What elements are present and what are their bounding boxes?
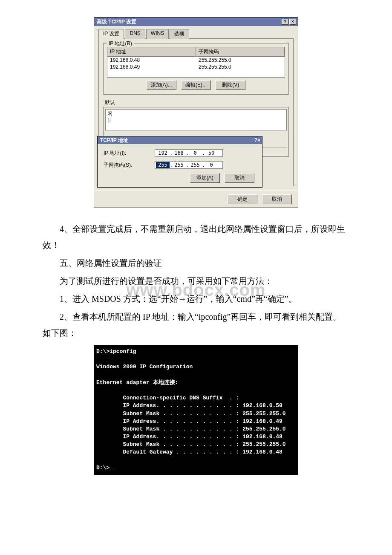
- ip-octet-3[interactable]: 0: [188, 150, 202, 156]
- titlebar: 高级 TCP/IP 设置 ? ×: [94, 17, 298, 26]
- ip-listview[interactable]: IP 地址 子网掩码 192.168.0.48 255.255.255.0 19…: [107, 47, 285, 78]
- console-line: Windows 2000 IP Configuration: [96, 364, 193, 370]
- col-ip: IP 地址: [107, 47, 196, 56]
- close-icon[interactable]: ×: [289, 19, 296, 25]
- cancel-button[interactable]: 取消: [225, 173, 254, 183]
- tcpip-address-dialog: TCP/IP 地址 ? × IP 地址(I): 192. 168. 0. 50 …: [97, 136, 262, 188]
- dialog-title: TCP/IP 地址: [100, 137, 254, 144]
- delete-button[interactable]: 删除(V): [216, 80, 245, 90]
- console-line: Default Gateway . . . . . . . . . : 192.…: [96, 449, 282, 455]
- paragraph: 4、全部设置完成后，不需重新启动，退出此网络属性设置窗口后，所设即生效！: [43, 221, 349, 253]
- col-mask: 子网掩码: [196, 47, 285, 56]
- console-line: IP Address. . . . . . . . . . . . : 192.…: [96, 434, 282, 440]
- close-icon[interactable]: ×: [257, 137, 260, 143]
- console-line: D:\>_: [96, 465, 113, 471]
- cell-mask: 255.255.255.0: [196, 57, 285, 64]
- ip-octet-4[interactable]: 50: [205, 150, 218, 156]
- tab-dns[interactable]: DNS: [125, 29, 145, 39]
- console-line: IP Address. . . . . . . . . . . . : 192.…: [96, 418, 282, 425]
- console-line: Subnet Mask . . . . . . . . . . . : 255.…: [96, 426, 286, 432]
- dialog-title: 高级 TCP/IP 设置: [97, 18, 281, 26]
- tab-wins[interactable]: WINS: [146, 29, 169, 39]
- help-icon[interactable]: ?: [254, 137, 257, 143]
- paragraph: 2、查看本机所配置的 IP 地址：输入“ipconfig”再回车，即可看到相关配…: [43, 309, 349, 341]
- subnet-mask-label: 子网掩码(S):: [104, 162, 155, 169]
- mask-octet-1[interactable]: 255: [156, 162, 170, 168]
- tab-strip: IP 设置 DNS WINS 选项: [98, 29, 294, 39]
- help-icon[interactable]: ?: [282, 19, 288, 25]
- default-gateway-label: 默认: [105, 99, 289, 106]
- cell-ip: 192.168.0.48: [107, 57, 196, 64]
- cell-mask: 255.255.255.0: [196, 64, 285, 70]
- add-button[interactable]: 添加(A)...: [147, 80, 176, 90]
- ip-address-label: IP 地址(I):: [104, 150, 155, 157]
- table-row[interactable]: 192.168.0.48 255.255.255.0: [107, 57, 285, 64]
- console-line: Subnet Mask . . . . . . . . . . . : 255.…: [96, 441, 286, 448]
- titlebar: TCP/IP 地址 ? ×: [98, 136, 262, 144]
- console-line: Connection-specific DNS Suffix . :: [96, 395, 239, 401]
- console-line: Ethernet adapter 本地连接:: [96, 379, 178, 386]
- cell-ip: 192.168.0.49: [107, 64, 196, 70]
- mask-octet-3[interactable]: 255: [188, 162, 202, 168]
- paragraph: 1、进入 MSDOS 方式：选“开始→运行”，输入“cmd”再“确定”。: [43, 291, 349, 307]
- subnet-mask-input[interactable]: 255. 255. 255. 0: [155, 161, 223, 169]
- ok-button[interactable]: 确定: [228, 194, 257, 204]
- mask-octet-4[interactable]: 0: [205, 162, 218, 168]
- ip-octet-1[interactable]: 192: [156, 150, 170, 156]
- console-line: D:\>ipconfig: [96, 348, 136, 355]
- ip-group-legend: IP 地址(R): [107, 40, 134, 47]
- ip-octet-2[interactable]: 168: [172, 150, 186, 156]
- edit-button[interactable]: 编辑(E)...: [181, 80, 211, 90]
- console-screenshot: D:\>ipconfig Windows 2000 IP Configurati…: [94, 345, 298, 475]
- paragraph: 五、网络属性设置后的验证: [43, 255, 349, 271]
- console-line: Subnet Mask . . . . . . . . . . . : 255.…: [96, 410, 286, 417]
- tab-ip-settings[interactable]: IP 设置: [98, 29, 124, 39]
- mask-octet-2[interactable]: 255: [172, 162, 186, 168]
- tab-options[interactable]: 选项: [170, 29, 189, 39]
- cancel-button[interactable]: 取消: [262, 194, 292, 204]
- ip-address-group: IP 地址(R) IP 地址 子网掩码 192.168.0.48 255.255…: [103, 43, 289, 95]
- gateway-listview[interactable]: 网 1!: [105, 109, 287, 130]
- list-item: 网: [107, 110, 285, 118]
- table-row[interactable]: 192.168.0.49 255.255.255.0: [107, 64, 285, 70]
- add-button[interactable]: 添加(A): [190, 173, 220, 183]
- ip-address-input[interactable]: 192. 168. 0. 50: [155, 149, 223, 157]
- console-line: IP Address. . . . . . . . . . . . : 192.…: [96, 402, 282, 409]
- paragraph: 为了测试所进行的设置是否成功，可采用如下常用方法：: [43, 273, 349, 289]
- list-item: 1!: [107, 118, 285, 124]
